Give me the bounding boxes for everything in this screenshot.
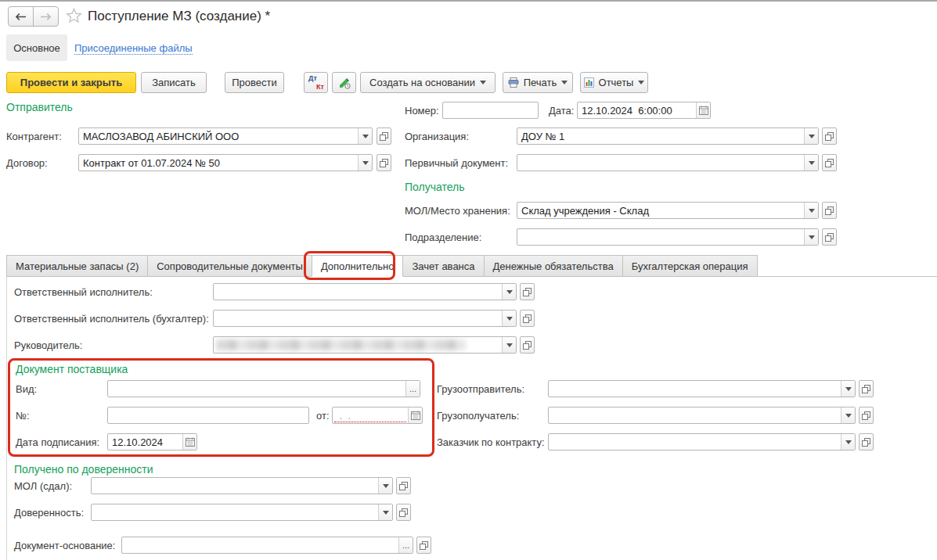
contract-customer-field[interactable] [548,433,856,451]
responsible-accountant-field[interactable] [213,310,517,327]
manager-field[interactable] [213,336,517,354]
consignor-open-button[interactable] [859,380,874,397]
dropdown-button[interactable] [502,284,516,300]
open-icon [825,233,834,242]
power-of-attorney-open-button[interactable] [396,504,411,521]
dropdown-button[interactable] [804,155,818,171]
subdivision-open-button[interactable] [822,228,837,246]
post-button[interactable]: Провести [225,72,284,93]
debit-credit-button[interactable]: Дт Кт [304,72,328,93]
from-date-field[interactable]: . . [332,407,423,424]
chevron-down-icon [809,209,815,213]
forward-button[interactable] [33,6,59,27]
contract-field[interactable]: Контракт от 01.07.2024 № 50 [78,154,373,171]
power-of-attorney-label: Доверенность: [14,507,84,519]
calendar-icon [411,411,420,420]
open-icon [862,411,870,420]
dropdown-button[interactable] [841,434,855,450]
mol-handed-open-button[interactable] [396,477,411,494]
organization-field[interactable]: ДОУ № 1 [517,127,819,145]
dropdown-button[interactable] [358,128,372,144]
supplier-number-label: №: [16,410,30,422]
redacted-value [216,339,466,350]
calendar-button[interactable] [696,102,710,118]
dropdown-button[interactable] [804,128,818,144]
dropdown-button[interactable] [358,155,372,171]
primary-doc-open-button[interactable] [822,154,837,171]
responsible-accountant-open-button[interactable] [520,310,535,327]
mol-handed-field[interactable] [91,477,393,494]
tab-main[interactable]: Основное [6,34,67,61]
basis-doc-field[interactable]: ... [121,537,413,554]
manager-open-button[interactable] [520,336,535,354]
ellipsis-button[interactable]: ... [398,537,413,553]
contract-open-button[interactable] [377,154,391,171]
consignee-field[interactable] [548,407,856,424]
post-and-close-button[interactable]: Провести и закрыть [6,72,136,93]
date-field[interactable]: 12.10.2024 6:00:00 [577,102,711,119]
reports-button[interactable]: Отчеты [580,72,648,93]
dropdown-button[interactable] [378,478,392,494]
power-of-attorney-field[interactable] [91,504,393,521]
organization-open-button[interactable] [822,127,837,145]
kind-field[interactable]: ... [107,380,420,397]
chevron-down-icon [383,511,389,515]
open-icon [523,314,532,323]
mol-storage-open-button[interactable] [822,202,837,219]
supplier-number-field[interactable] [107,407,309,424]
signing-date-label: Дата подписания: [16,436,99,448]
tab-material-stocks[interactable]: Материальные запасы (2) [6,255,148,277]
forward-arrow-icon [40,13,52,21]
edit-schedule-button[interactable] [332,72,356,93]
create-based-on-button[interactable]: Создать на основании [360,72,496,93]
number-field[interactable] [442,102,539,119]
calendar-button[interactable] [182,434,196,450]
mol-storage-label: МОЛ/Место хранения: [405,205,510,217]
counterparty-open-button[interactable] [377,127,391,145]
dropdown-button[interactable] [804,203,818,218]
chevron-down-icon [638,81,644,84]
calendar-button[interactable] [408,407,422,423]
receiver-section-header: Получатель [405,181,465,193]
dropdown-button[interactable] [378,504,392,520]
print-button[interactable]: Печать [503,72,573,93]
chevron-down-icon [362,135,369,138]
dropdown-button[interactable] [502,337,516,353]
tab-monetary-obligations[interactable]: Денежные обязательства [484,255,623,277]
back-button[interactable] [8,6,34,27]
consignee-open-button[interactable] [859,407,874,424]
subdivision-label: Подразделение: [405,232,481,243]
consignor-field[interactable] [548,380,856,397]
tab-accompanying-docs[interactable]: Сопроводительные документы [147,255,312,277]
responsible-open-button[interactable] [520,283,535,300]
ellipsis-button[interactable]: ... [405,381,420,397]
subdivision-field[interactable] [517,228,819,246]
contract-customer-open-button[interactable] [859,433,874,451]
manager-label: Руководитель: [14,339,82,351]
chevron-down-icon [506,290,513,294]
counterparty-field[interactable]: МАСЛОЗАВОД АБИНСКИЙ ООО [78,127,373,145]
debit-label: Дт [308,74,317,82]
responsible-accountant-label: Ответственный исполнитель (бухгалтер): [14,313,209,325]
dropdown-button[interactable] [502,311,516,326]
dropdown-button[interactable] [804,229,818,245]
chevron-down-icon [845,387,852,391]
responsible-field[interactable] [213,283,517,300]
dropdown-button[interactable] [841,407,855,423]
favorite-star-icon[interactable] [66,8,82,23]
open-icon [523,341,532,350]
tab-advance-offset[interactable]: Зачет аванса [402,255,484,277]
mol-storage-field[interactable]: Склад учреждения - Склад [517,202,819,219]
supplier-doc-header: Документ поставщика [16,363,128,375]
signing-date-field[interactable]: 12.10.2024 [107,433,197,451]
save-button[interactable]: Записать [141,72,207,93]
open-icon [420,541,428,550]
from-label: от: [316,410,330,422]
primary-doc-field[interactable] [517,154,819,171]
tab-additional[interactable]: Дополнительно [312,255,404,277]
tab-accounting-operation[interactable]: Бухгалтерская операция [622,255,758,277]
dropdown-button[interactable] [841,381,855,397]
basis-doc-open-button[interactable] [416,537,431,554]
chevron-down-icon [506,343,513,347]
attached-files-link[interactable]: Присоединенные файлы [74,42,193,55]
